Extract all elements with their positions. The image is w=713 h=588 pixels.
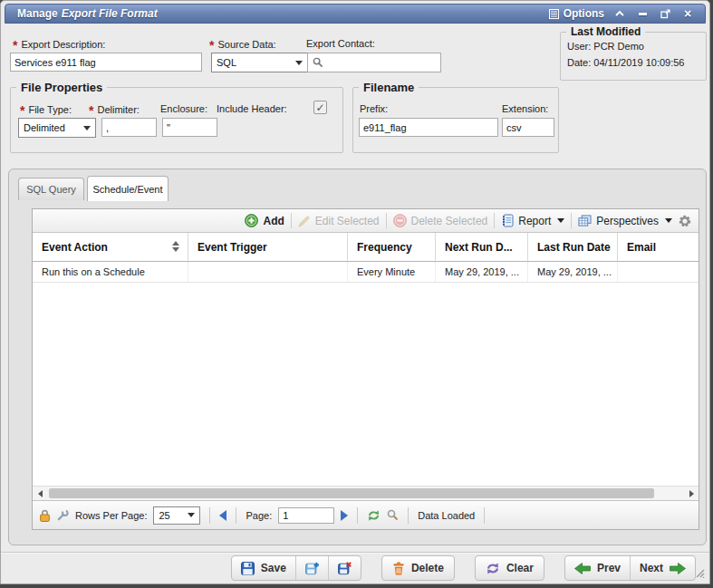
scroll-left-arrow[interactable] (34, 487, 46, 500)
perspectives-dropdown[interactable]: Perspectives (578, 215, 672, 227)
previous-page-arrow[interactable] (219, 510, 226, 521)
chevron-down-icon (665, 218, 672, 223)
close-icon: × (684, 7, 691, 20)
export-description-input[interactable] (10, 53, 202, 72)
tab-schedule-event[interactable]: Schedule/Event (87, 176, 169, 201)
cell-event-trigger (188, 262, 348, 282)
column-header-email[interactable]: Email (618, 233, 699, 261)
file-properties-legend: File Properties (16, 81, 107, 94)
page-input[interactable] (278, 507, 334, 524)
prev-label: Prev (597, 562, 621, 574)
chevron-down-icon (557, 218, 564, 223)
grid-settings-button[interactable] (679, 215, 691, 227)
options-label: Options (564, 7, 604, 20)
prev-button[interactable]: Prev (565, 556, 630, 580)
scrollbar-thumb[interactable] (49, 488, 654, 498)
save-and-add-button[interactable] (295, 556, 328, 580)
tab-sql-query-label: SQL Query (26, 184, 76, 195)
source-data-value: SQL (217, 57, 236, 68)
sort-icon[interactable] (172, 241, 179, 252)
search-icon[interactable] (387, 509, 399, 521)
save-button[interactable]: Save (232, 556, 295, 580)
column-header-next-run-date[interactable]: Next Run D... (436, 233, 528, 261)
next-button[interactable]: Next (630, 556, 695, 580)
include-header-label: Include Header: (217, 103, 287, 114)
status-text: Data Loaded (418, 510, 475, 521)
extension-label: Extension: (502, 103, 548, 114)
add-button[interactable]: Add (245, 214, 284, 227)
export-contact-input[interactable] (307, 53, 441, 72)
report-dropdown[interactable]: Report (501, 214, 564, 227)
next-label: Next (640, 562, 663, 574)
column-header-label: Email (627, 241, 656, 254)
edit-selected-button[interactable]: Edit Selected (298, 215, 380, 227)
manage-export-dialog: ManageExport File Format Options × Expor… (0, 0, 710, 584)
column-header-last-run-date[interactable]: Last Run Date (528, 233, 618, 261)
column-header-event-action[interactable]: Event Action (33, 233, 188, 261)
chevron-up-icon (615, 10, 624, 17)
enclosure-input[interactable] (162, 118, 217, 137)
filename-fieldset: Filename Prefix: Extension: (352, 87, 559, 153)
save-button-group: Save (231, 555, 361, 581)
perspectives-icon (578, 215, 592, 227)
popout-icon (660, 9, 670, 19)
gear-icon (679, 215, 691, 227)
delimiter-label: Delimiter: (89, 103, 140, 118)
minimize-button[interactable] (635, 6, 650, 21)
next-page-arrow[interactable] (341, 510, 348, 521)
clear-button[interactable]: Clear (475, 555, 544, 581)
close-button[interactable]: × (680, 6, 695, 21)
extension-input[interactable] (502, 118, 554, 137)
file-properties-fieldset: File Properties File Type: Delimited Del… (10, 87, 343, 153)
prefix-label: Prefix: (360, 103, 388, 114)
cell-email (618, 262, 699, 282)
refresh-icon[interactable] (367, 509, 381, 522)
source-data-label: Source Data: (209, 38, 276, 53)
source-data-select[interactable]: SQL (211, 53, 308, 72)
toolbar-separator (571, 213, 572, 228)
trash-icon (392, 562, 405, 575)
delimiter-input[interactable] (101, 118, 157, 137)
column-header-label: Next Run D... (445, 241, 513, 254)
save-and-close-button[interactable] (328, 556, 361, 580)
add-label: Add (263, 215, 284, 227)
file-type-label: File Type: (20, 103, 72, 118)
report-label: Report (518, 215, 551, 227)
toolbar-separator (494, 213, 495, 228)
popout-button[interactable] (658, 6, 672, 21)
options-button[interactable]: Options (549, 7, 604, 20)
cell-event-action: Run this on a Schedule (33, 262, 188, 282)
horizontal-scrollbar[interactable] (33, 486, 699, 500)
save-close-icon (338, 562, 352, 575)
last-modified-fieldset: Last Modified User: PCR Demo Date: 04/11… (560, 32, 707, 81)
title-bar[interactable]: ManageExport File Format Options × (5, 4, 706, 24)
prefix-input[interactable] (359, 118, 498, 137)
tab-sql-query[interactable]: SQL Query (18, 178, 84, 200)
delete-selected-button[interactable]: Delete Selected (393, 214, 488, 227)
column-header-event-trigger[interactable]: Event Trigger (188, 233, 348, 261)
save-label: Save (261, 562, 286, 574)
remove-circle-icon (393, 214, 407, 227)
edit-pencil-icon (298, 215, 311, 227)
save-add-icon (305, 562, 319, 575)
wrench-icon[interactable] (57, 509, 69, 521)
rows-per-page-select[interactable]: 25 (153, 506, 200, 525)
list-icon (549, 9, 559, 19)
delete-button[interactable]: Delete (381, 555, 455, 581)
prev-next-button-group: Prev Next (564, 555, 696, 581)
tab-panel: SQL Query Schedule/Event Add Edit Select… (8, 169, 707, 545)
table-row[interactable]: Run this on a Schedule Every Minute May … (33, 262, 699, 283)
column-header-label: Last Run Date (537, 241, 611, 254)
file-type-select[interactable]: Delimited (18, 118, 96, 138)
include-header-checkbox[interactable] (313, 101, 327, 114)
collapse-button[interactable] (612, 6, 627, 21)
scroll-right-arrow[interactable] (685, 487, 698, 500)
dialog-title: ManageExport File Format (5, 7, 158, 20)
grid-body-empty-area (33, 283, 699, 486)
page-label: Page: (246, 510, 272, 521)
column-header-frequency[interactable]: Frequency (348, 233, 436, 261)
cell-last-run-date: May 29, 2019, ... (528, 262, 618, 282)
grid-toolbar: Add Edit Selected Delete Selected (33, 209, 699, 233)
lock-icon[interactable] (39, 509, 51, 522)
resize-grip[interactable] (693, 566, 705, 578)
